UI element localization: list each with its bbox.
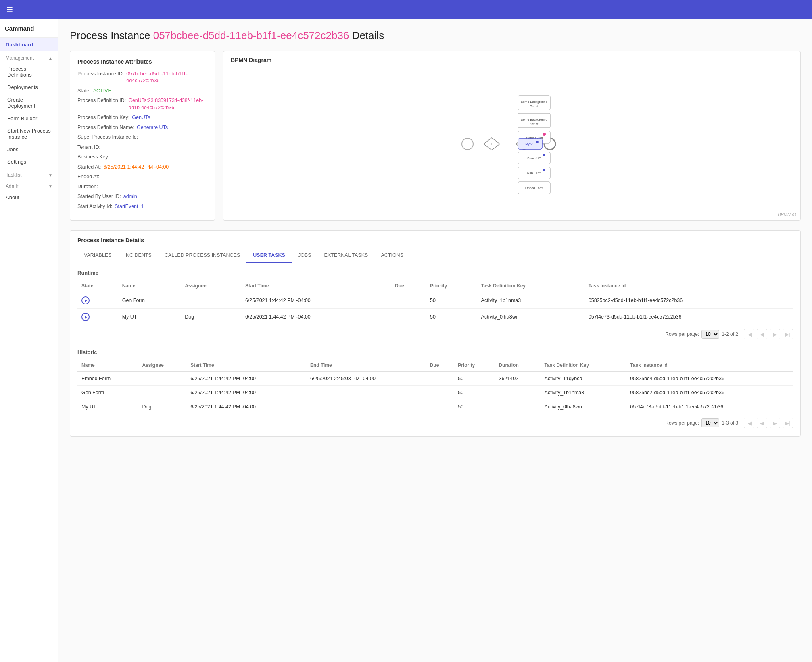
attr-label-def-name: Process Definition Name: xyxy=(77,124,134,131)
h-next-page-button[interactable]: ▶ xyxy=(770,418,780,428)
cell-task-instance-id: 05825bc2-d5dd-11eb-b1f1-ee4c572c2b36 xyxy=(584,292,793,309)
cell-h-start-time: 6/25/2021 1:44:42 PM -04:00 xyxy=(186,372,306,386)
attr-row-def-name: Process Definition Name: Generate UTs xyxy=(77,124,207,131)
col-h-end-time: End Time xyxy=(306,359,426,372)
tab-jobs[interactable]: JOBS xyxy=(292,248,318,263)
attr-row-def-key: Process Definition Key: GenUTs xyxy=(77,114,207,121)
next-page-button[interactable]: ▶ xyxy=(770,329,780,339)
sidebar-item-deployments[interactable]: Deployments xyxy=(0,81,58,94)
cell-h-priority: 50 xyxy=(454,386,495,400)
cell-start-time: 6/25/2021 1:44:42 PM -04:00 xyxy=(241,309,391,325)
attr-row-state: State: ACTIVE xyxy=(77,87,207,95)
cell-h-task-def-key: Activity_1b1nma3 xyxy=(541,386,626,400)
svg-text:Gen Form: Gen Form xyxy=(527,171,541,175)
details-card: Process Instance Details VARIABLES INCID… xyxy=(70,230,801,437)
attributes-title: Process Instance Attributes xyxy=(77,58,207,65)
h-last-page-button[interactable]: ▶| xyxy=(783,418,793,428)
sidebar-item-create-deployment[interactable]: Create Deployment xyxy=(0,94,58,112)
cell-h-name: Gen Form xyxy=(77,386,138,400)
rows-per-page-select[interactable]: 10 25 50 xyxy=(701,330,719,339)
table-row: Gen Form 6/25/2021 1:44:42 PM -04:00 50 … xyxy=(77,292,793,309)
cell-due xyxy=(391,292,426,309)
attr-value-def-id: GenUTs:23:83591734-d38f-11eb-bd1b-ee4c57… xyxy=(128,97,207,111)
cell-state xyxy=(77,309,118,325)
sidebar-item-form-builder[interactable]: Form Builder xyxy=(0,112,58,125)
table-row: Embed Form 6/25/2021 1:44:42 PM -04:00 6… xyxy=(77,372,793,386)
runtime-table-header: State Name Assignee Start Time Due Prior… xyxy=(77,280,793,292)
first-page-button[interactable]: |◀ xyxy=(744,329,754,339)
runtime-pagination: Rows per page: 10 25 50 1-2 of 2 |◀ ◀ ▶ … xyxy=(77,325,793,341)
cell-h-duration xyxy=(495,386,540,400)
sidebar-item-jobs[interactable]: Jobs xyxy=(0,143,58,156)
h-prev-page-button[interactable]: ◀ xyxy=(757,418,767,428)
tab-called-process-instances[interactable]: CALLED PROCESS INSTANCES xyxy=(158,248,246,263)
tab-external-tasks[interactable]: EXTERNAL TASKS xyxy=(318,248,375,263)
cell-name: My UT xyxy=(118,309,181,325)
attr-row-instance-id: Process Instance ID: 057bcbee-d5dd-11eb-… xyxy=(77,71,207,85)
cell-priority: 50 xyxy=(426,292,477,309)
cell-h-start-time: 6/25/2021 1:44:42 PM -04:00 xyxy=(186,400,306,414)
cell-h-start-time: 6/25/2021 1:44:42 PM -04:00 xyxy=(186,386,306,400)
svg-text:Some UT: Some UT xyxy=(527,156,541,160)
cell-assignee xyxy=(181,292,241,309)
cell-h-assignee: Dog xyxy=(138,400,186,414)
historic-table: Name Assignee Start Time End Time Due Pr… xyxy=(77,359,793,414)
attr-row-def-id: Process Definition ID: GenUTs:23:8359173… xyxy=(77,97,207,111)
bpmn-svg: + ◆ So xyxy=(455,92,568,196)
col-h-start-time: Start Time xyxy=(186,359,306,372)
sidebar-item-dashboard[interactable]: Dashboard xyxy=(0,38,58,51)
historic-label: Historic xyxy=(77,349,793,355)
tab-actions[interactable]: ACTIONS xyxy=(374,248,410,263)
cell-h-duration: 3621402 xyxy=(495,372,540,386)
h-first-page-button[interactable]: |◀ xyxy=(744,418,754,428)
last-page-button[interactable]: ▶| xyxy=(783,329,793,339)
cell-h-assignee xyxy=(138,372,186,386)
attr-row-started-at: Started At: 6/25/2021 1:44:42 PM -04:00 xyxy=(77,164,207,171)
page-title-suffix: Details xyxy=(352,29,384,42)
sidebar-section-management[interactable]: Management ▲ xyxy=(0,51,58,62)
svg-text:Embed Form: Embed Form xyxy=(525,186,544,190)
cell-task-instance-id: 057f4e73-d5dd-11eb-b1f1-ee4c572c2b36 xyxy=(584,309,793,325)
page-title: Process Instance 057bcbee-d5dd-11eb-b1f1… xyxy=(70,29,801,43)
sidebar-item-settings[interactable]: Settings xyxy=(0,156,58,168)
sidebar-item-about[interactable]: About xyxy=(0,191,58,204)
cell-h-due xyxy=(426,386,454,400)
svg-text:Script: Script xyxy=(530,104,539,108)
prev-page-button[interactable]: ◀ xyxy=(757,329,767,339)
attr-value-def-name: Generate UTs xyxy=(137,124,168,131)
top-row: Process Instance Attributes Process Inst… xyxy=(70,51,801,221)
col-h-duration: Duration xyxy=(495,359,540,372)
attr-label-super-id: Super Process Instance Id: xyxy=(77,134,138,141)
cell-h-duration xyxy=(495,400,540,414)
hamburger-icon[interactable]: ☰ xyxy=(6,5,13,14)
attr-label-ended-at: Ended At: xyxy=(77,173,99,181)
sidebar-section-tasklist[interactable]: Tasklist ▼ xyxy=(0,168,58,179)
attr-label-user-id: Started By User ID: xyxy=(77,193,121,200)
attr-value-started-at: 6/25/2021 1:44:42 PM -04:00 xyxy=(103,164,169,171)
sidebar-section-admin[interactable]: Admin ▼ xyxy=(0,179,58,191)
topbar: ☰ xyxy=(0,0,812,19)
cell-task-def-key: Activity_1b1nma3 xyxy=(477,292,584,309)
historic-pagination: Rows per page: 10 25 50 1-3 of 3 |◀ ◀ ▶ … xyxy=(77,414,793,430)
cell-h-end-time: 6/25/2021 2:45:03 PM -04:00 xyxy=(306,372,426,386)
cell-h-task-instance-id: 057f4e73-d5dd-11eb-b1f1-ee4c572c2b36 xyxy=(626,400,793,414)
tab-user-tasks[interactable]: USER TASKS xyxy=(246,248,292,263)
cell-h-name: Embed Form xyxy=(77,372,138,386)
active-icon xyxy=(81,296,90,304)
runtime-label: Runtime xyxy=(77,270,793,276)
col-h-task-instance-id: Task Instance Id xyxy=(626,359,793,372)
pagination-range: 1-2 of 2 xyxy=(722,331,738,337)
attr-row-user-id: Started By User ID: admin xyxy=(77,193,207,200)
col-h-name: Name xyxy=(77,359,138,372)
tab-incidents[interactable]: INCIDENTS xyxy=(118,248,158,263)
attributes-card: Process Instance Attributes Process Inst… xyxy=(70,51,215,221)
tab-variables[interactable]: VARIABLES xyxy=(77,248,118,263)
table-row: Gen Form 6/25/2021 1:44:42 PM -04:00 50 … xyxy=(77,386,793,400)
chevron-down-icon-admin: ▼ xyxy=(48,184,52,189)
sidebar-item-process-definitions[interactable]: Process Definitions xyxy=(0,62,58,81)
sidebar-section-label-admin: Admin xyxy=(6,183,19,189)
tabs: VARIABLES INCIDENTS CALLED PROCESS INSTA… xyxy=(77,248,793,263)
cell-h-due xyxy=(426,372,454,386)
sidebar-item-start-new-process[interactable]: Start New Process Instance xyxy=(0,125,58,143)
h-rows-per-page-select[interactable]: 10 25 50 xyxy=(701,418,719,427)
